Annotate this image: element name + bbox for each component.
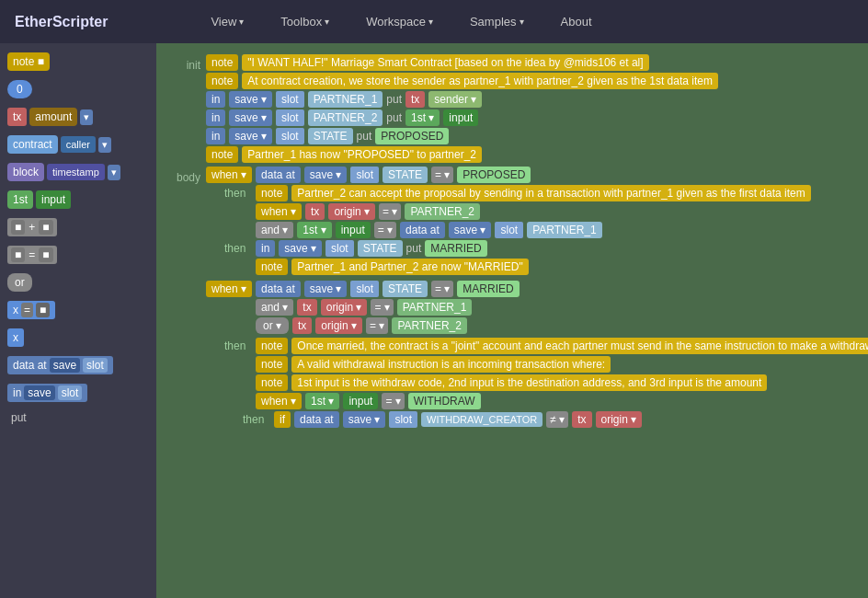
sidebar-plus-block[interactable]: ■ + ■ [7,216,149,238]
ordinal-1st-2[interactable]: 1st ▾ [297,222,331,238]
save-label-3[interactable]: save ▾ [229,128,272,144]
when-block-4: when ▾ [256,393,302,409]
eq-op: = [25,248,39,261]
sidebar-input-block[interactable]: 1st input [7,189,149,211]
eq-op-5: = ▾ [371,299,393,316]
note4-block: note [256,185,288,201]
save-label-2[interactable]: save ▾ [229,109,272,126]
note8-text: 1st input is the withdraw code, 2nd inpu… [291,374,767,391]
slot-label-5: slot [495,222,523,238]
sidebar: note ■ 0 tx amount ▾ contract caller ▾ b… [0,43,156,598]
partner2-cmp2: PARTNER_2 [392,317,467,334]
note1-text: "I WANT HALF!" Marriage Smart Contract [… [242,54,648,71]
in-save-block: in save slot [7,384,87,402]
sidebar-tx-block[interactable]: tx amount ▾ [7,106,149,128]
when-withdraw-row: when ▾ 1st ▾ input = ▾ WITHDRAW [224,393,868,409]
save-label-1[interactable]: save ▾ [229,91,272,108]
nav-workspace[interactable]: Workspace ▾ [359,11,440,32]
input-val-3: input [343,393,378,409]
save-state-row: in save ▾ slot STATE put PROPOSED [206,128,718,144]
amount-block: amount [29,108,77,126]
sidebar-in-save-block[interactable]: in save slot [7,382,149,404]
x-block: x [7,328,24,347]
note7-text: A valid withdrawal instruction is an inc… [291,356,611,373]
nav-samples[interactable]: Samples ▾ [463,11,531,32]
save-label-5[interactable]: save ▾ [449,222,492,238]
init-content: note "I WANT HALF!" Marriage Smart Contr… [206,54,718,163]
note1-row: note "I WANT HALF!" Marriage Smart Contr… [206,54,718,71]
note2-row: note At contract creation, we store the … [206,73,718,89]
init-label: init [164,54,200,72]
proposed-val: PROPOSED [375,128,449,144]
note6-text: Once married, the contract is a "joint" … [291,338,868,354]
sidebar-x-block[interactable]: x [7,327,149,349]
save-label-6[interactable]: save ▾ [279,240,322,257]
x-eq-block: x = ■ [7,301,55,319]
sidebar-or-block[interactable]: or [7,271,149,293]
caller-dropdown[interactable]: ▾ [98,137,111,153]
origin-val-3[interactable]: origin ▾ [315,317,362,334]
note8-block: note [256,374,288,391]
nav-about[interactable]: About [554,11,600,32]
nav-toolbox[interactable]: Toolbox ▾ [273,11,337,32]
when-married-row: when ▾ data at save ▾ slot STATE = ▾ MAR… [206,281,868,297]
slot-label-2: slot [276,109,304,126]
data-at-4: data at [294,411,339,428]
withdraw-creator-val: WITHDRAW_CREATOR [421,412,542,427]
eq-op-7: = ▾ [382,393,404,409]
ordinal-1st-3[interactable]: 1st ▾ [305,393,339,409]
sidebar-xeq-block[interactable]: x = ■ [7,299,149,321]
tx-label-5: tx [572,411,591,428]
and-block-2: and ▾ [256,299,293,316]
note2-block: note [206,73,238,89]
sidebar-contract-block[interactable]: contract caller ▾ [7,133,149,155]
data-at-2: data at [400,222,445,238]
state-val-4: STATE [383,281,428,297]
save-label-7[interactable]: save ▾ [304,281,348,297]
or-block: or [7,273,32,292]
workspace: init note "I WANT HALF!" Marriage Smart … [156,43,868,598]
slot-label-4: slot [350,167,379,183]
ordinal-1st-1[interactable]: 1st ▾ [405,109,440,126]
note5-row: note Partner_1 and Partner_2 are now "MA… [224,259,868,275]
when-proposed-row: when ▾ data at save ▾ slot STATE = ▾ PRO… [206,167,868,183]
slot-label-8: slot [389,411,417,428]
amount-dropdown[interactable]: ▾ [80,109,93,125]
tx-label-2: tx [305,203,325,220]
sidebar-data-at-block[interactable]: data at save slot [7,354,149,376]
note6-block: note [256,338,288,354]
sidebar-note-block[interactable]: note ■ [7,51,149,73]
slot-label-7: slot [350,281,379,297]
when-block-3: when ▾ [206,281,252,297]
input-val-1: input [443,109,478,126]
or-block-1: or ▾ [256,317,289,334]
timestamp-dropdown[interactable]: ▾ [108,165,120,180]
contract-label: contract [7,135,58,154]
then-label-2: then [224,242,252,255]
then-note6-row: then note Once married, the contract is … [224,338,868,354]
sidebar-eq-block[interactable]: ■ = ■ [7,244,149,266]
state-val-3: STATE [358,240,403,257]
sidebar-value-block[interactable]: 0 [7,78,149,100]
nav-view[interactable]: View ▾ [203,11,251,32]
sidebar-block-block[interactable]: block timestamp ▾ [7,161,149,183]
origin-val-1[interactable]: origin ▾ [328,203,375,220]
data-at-1: data at [256,167,301,183]
save-label-4[interactable]: save ▾ [304,167,348,183]
in-label-3: in [206,128,225,144]
partner2-val: PARTNER_2 [308,109,383,126]
note4-text: Partner_2 can accept the proposal by sen… [291,185,810,201]
put-label-4: put [406,242,422,255]
in-label-2: in [206,109,225,126]
when-origin-row: when ▾ tx origin ▾ = ▾ PARTNER_2 [224,203,868,220]
origin-val-4[interactable]: origin ▾ [596,411,643,428]
eq-op-6: = ▾ [366,317,388,334]
partner1-val: PARTNER_1 [308,91,383,108]
note2-text: At contract creation, we store the sende… [242,73,718,89]
then-note4-row: then note Partner_2 can accept the propo… [224,185,868,201]
body-label: body [164,167,200,184]
save-label-8[interactable]: save ▾ [343,411,386,428]
if-block: if [274,411,291,428]
put-label-1: put [386,93,402,106]
origin-val-2[interactable]: origin ▾ [321,299,368,316]
